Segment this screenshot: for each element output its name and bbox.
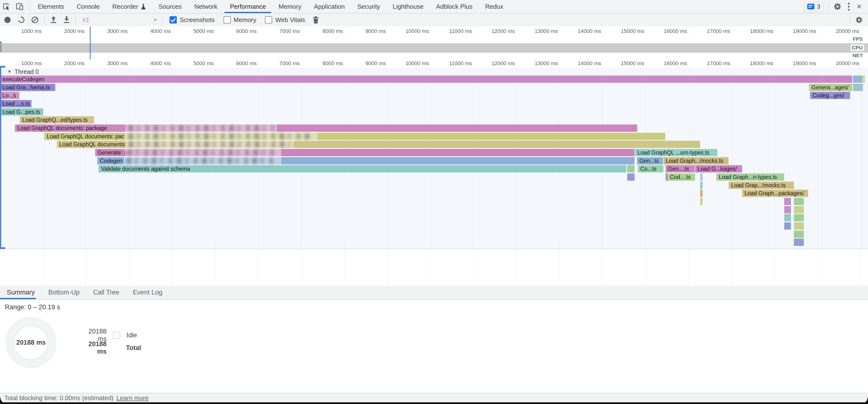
flame-bar[interactable]: [700, 198, 703, 205]
flame-bar[interactable]: [794, 206, 804, 213]
flame-bar-load-g-kages[interactable]: Load G...kages/: [695, 165, 742, 173]
flame-bar-load-graphq-ed-types-ts[interactable]: Load GraphQ...ed/types.ts: [20, 116, 94, 124]
tab-lighthouse[interactable]: Lighthouse: [386, 0, 430, 13]
flame-bar[interactable]: [700, 190, 703, 197]
tab-security[interactable]: Security: [351, 0, 386, 13]
more-options-icon[interactable]: [848, 2, 850, 11]
thread-header[interactable]: ▼ Thread 0: [7, 68, 39, 75]
redacted-text-overlay: [125, 132, 317, 141]
details-tabbar: SummaryBottom-UpCall TreeEvent Log: [0, 286, 868, 300]
delete-profile-icon[interactable]: [312, 16, 319, 24]
flame-bar-codeg-ges[interactable]: Codeg...ges/: [810, 92, 850, 99]
flame-bar-load-graph-packages[interactable]: Load Graph...packages/: [742, 190, 808, 197]
flame-bar[interactable]: [794, 222, 804, 229]
inspect-element-icon[interactable]: [2, 2, 11, 11]
flame-bar-load-gra-hema-ts[interactable]: Load Gra...hema.ts: [0, 84, 55, 91]
reload-and-record-icon[interactable]: [18, 16, 25, 24]
flame-bar-cod-ts[interactable]: Cod....ts: [668, 174, 695, 181]
flame-bar-load-graph-mocks-ts[interactable]: Load Graph.../mocks.ts: [663, 157, 728, 164]
flame-bar[interactable]: [784, 222, 791, 229]
flame-bar[interactable]: [794, 239, 804, 246]
checkbox-screenshots[interactable]: Screenshots: [169, 16, 215, 24]
selection-bracket-top: [0, 66, 5, 68]
flame-bar[interactable]: [700, 174, 703, 181]
flame-bar-co-ts[interactable]: Co...ts: [638, 165, 663, 173]
device-toolbar-icon[interactable]: [16, 2, 24, 11]
flame-bar[interactable]: [794, 230, 804, 238]
checkbox-box[interactable]: [223, 16, 231, 24]
flame-bar[interactable]: [784, 206, 791, 213]
flame-bar-load-grap-mocks-ts[interactable]: Load Grap.../mocks.ts: [729, 182, 794, 189]
flame-bar-load-s-ts[interactable]: Load ...s.ts: [0, 100, 31, 107]
details-tab-call-tree[interactable]: Call Tree: [87, 286, 126, 299]
settings-gear-icon[interactable]: [833, 2, 842, 11]
flame-bar[interactable]: [627, 174, 634, 181]
tab-redux[interactable]: Redux: [479, 0, 509, 13]
checkbox-box[interactable]: [169, 16, 177, 24]
tab-performance[interactable]: Performance: [223, 0, 272, 13]
flame-bar[interactable]: [784, 198, 791, 205]
flame-bar[interactable]: [853, 84, 863, 91]
flame-bar-lo-s[interactable]: Lo...s: [0, 92, 20, 99]
overview-drag-handle[interactable]: [0, 41, 2, 52]
flame-bar-validate-documents-against-schema[interactable]: Validate documents against schema: [99, 165, 626, 173]
tab-sources[interactable]: Sources: [152, 0, 188, 13]
flame-bar-load-graphql-urn-types-ts[interactable]: Load GraphQL ...urn-types.ts: [635, 149, 717, 156]
overview-tick-label: 3000 ms: [81, 27, 128, 35]
ruler-tick-label: 8000 ms: [296, 59, 343, 67]
tab-application[interactable]: Application: [308, 0, 351, 13]
save-profile-icon[interactable]: [63, 16, 70, 24]
window-bottom-edge: [0, 402, 868, 404]
flame-bar[interactable]: [853, 75, 862, 83]
overview-tick-label: 20000 ms: [812, 27, 859, 35]
flame-bar-load-graphql-documents-package[interactable]: Load GraphQL documents: package: [15, 124, 637, 132]
main-ruler: 1000 ms2000 ms3000 ms4000 ms5000 ms6000 …: [0, 59, 868, 67]
load-profile-icon[interactable]: [50, 16, 57, 24]
clear-icon[interactable]: [31, 16, 39, 24]
details-tab-event-log[interactable]: Event Log: [126, 286, 169, 299]
tab-elements[interactable]: Elements: [31, 0, 70, 13]
tab-console[interactable]: Console: [70, 0, 106, 13]
record-button[interactable]: [4, 17, 11, 23]
tab-memory[interactable]: Memory: [272, 0, 308, 13]
checkbox-box[interactable]: [265, 16, 272, 24]
divider: [162, 16, 163, 24]
flame-bar-load-graph-n-types-ts[interactable]: Load Graph...n-types.ts: [716, 174, 784, 181]
issues-badge[interactable]: 3: [804, 2, 824, 12]
flame-bar[interactable]: [794, 198, 804, 205]
flame-bar[interactable]: [700, 182, 703, 189]
selection-bracket: [0, 66, 1, 249]
capture-settings-gear-icon[interactable]: [855, 16, 863, 24]
flame-bar-gen-ts[interactable]: Gen...ts: [637, 157, 663, 164]
details-tab-bottom-up[interactable]: Bottom-Up: [42, 286, 87, 299]
tab-label: Network: [194, 3, 217, 10]
tab-recorder[interactable]: Recorder: [106, 0, 152, 13]
overview-playhead[interactable]: [90, 27, 91, 59]
checkbox-web-vitals[interactable]: Web Vitals: [265, 16, 305, 24]
flame-bar-genera-ages[interactable]: Genera...ages/: [809, 84, 852, 91]
timeline-overview[interactable]: 1000 ms2000 ms3000 ms4000 ms5000 ms6000 …: [0, 26, 868, 60]
flame-bar-gen-ts[interactable]: Gen....ts: [665, 165, 694, 173]
learn-more-link[interactable]: Learn more: [117, 394, 149, 402]
overview-tick-label: 4000 ms: [124, 27, 171, 35]
flame-bar-load-g-pes-ts[interactable]: Load G...pes.ts: [0, 108, 43, 116]
cpu-lane-label: CPU: [850, 44, 864, 51]
flame-bar[interactable]: [784, 214, 791, 221]
flame-bar[interactable]: [627, 165, 634, 173]
panel-tabs: ElementsConsoleRecorderSourcesNetworkPer…: [31, 0, 509, 13]
checkbox-memory[interactable]: Memory: [223, 16, 256, 24]
overview-tick-label: 12000 ms: [468, 27, 515, 35]
details-tab-summary[interactable]: Summary: [0, 286, 42, 299]
divider: [75, 16, 76, 24]
flame-bar[interactable]: [862, 75, 865, 83]
profile-history-select[interactable]: #1 ▼: [82, 16, 157, 24]
close-devtools-icon[interactable]: ×: [857, 2, 862, 11]
chevron-down-icon: ▼: [153, 18, 157, 23]
tab-network[interactable]: Network: [188, 0, 223, 13]
flame-bar-executecodegen[interactable]: executeCodegen: [0, 75, 852, 83]
flame-bar[interactable]: [794, 214, 804, 221]
tab-adblock-plus[interactable]: Adblock Plus: [430, 0, 479, 13]
net-lane: [0, 53, 868, 59]
range-label: Range: 0 – 20.19 s: [5, 304, 60, 311]
flame-chart-empty-area: [0, 249, 868, 286]
